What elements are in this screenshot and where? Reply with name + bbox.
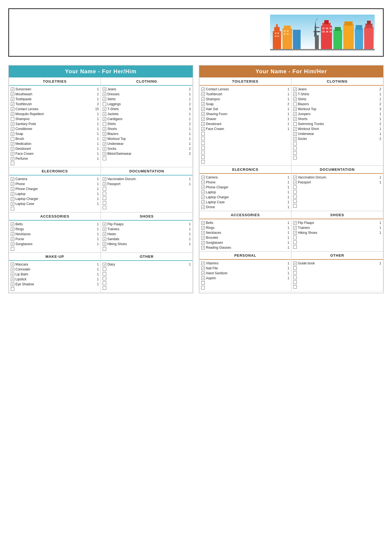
item-checkbox[interactable] bbox=[201, 151, 205, 154]
item-checkbox[interactable] bbox=[11, 232, 14, 236]
item-checkbox[interactable] bbox=[11, 223, 14, 226]
item-checkbox[interactable] bbox=[201, 97, 205, 101]
item-checkbox[interactable] bbox=[11, 97, 14, 101]
item-checkbox[interactable] bbox=[103, 142, 106, 146]
item-checkbox[interactable] bbox=[201, 93, 205, 96]
item-checkbox[interactable] bbox=[103, 182, 106, 186]
item-checkbox[interactable] bbox=[11, 263, 14, 266]
item-checkbox[interactable] bbox=[201, 286, 205, 289]
item-checkbox[interactable] bbox=[201, 221, 205, 225]
item-checkbox[interactable] bbox=[201, 186, 205, 189]
item-checkbox[interactable] bbox=[11, 287, 14, 291]
item-checkbox[interactable] bbox=[103, 286, 106, 290]
item-checkbox[interactable] bbox=[201, 107, 205, 111]
item-checkbox[interactable] bbox=[293, 127, 297, 131]
item-checkbox[interactable] bbox=[201, 200, 205, 204]
item-checkbox[interactable] bbox=[201, 102, 205, 106]
item-checkbox[interactable] bbox=[11, 137, 14, 141]
item-checkbox[interactable] bbox=[11, 122, 14, 126]
item-checkbox[interactable] bbox=[11, 237, 14, 241]
item-checkbox[interactable] bbox=[11, 268, 14, 271]
item-checkbox[interactable] bbox=[11, 117, 14, 121]
item-checkbox[interactable] bbox=[201, 141, 205, 145]
item-checkbox[interactable] bbox=[201, 277, 205, 280]
item-checkbox[interactable] bbox=[11, 88, 14, 91]
item-checkbox[interactable] bbox=[103, 157, 106, 160]
item-checkbox[interactable] bbox=[293, 240, 297, 244]
item-checkbox[interactable] bbox=[201, 137, 205, 140]
item-checkbox[interactable] bbox=[293, 195, 297, 198]
item-checkbox[interactable] bbox=[103, 187, 106, 191]
item-checkbox[interactable] bbox=[103, 223, 106, 226]
item-checkbox[interactable] bbox=[293, 185, 297, 189]
item-checkbox[interactable] bbox=[103, 88, 106, 91]
item-checkbox[interactable] bbox=[103, 247, 106, 251]
item-checkbox[interactable] bbox=[103, 137, 106, 141]
item-checkbox[interactable] bbox=[293, 112, 297, 116]
item-checkbox[interactable] bbox=[293, 117, 297, 121]
item-checkbox[interactable] bbox=[201, 88, 205, 91]
item-checkbox[interactable] bbox=[11, 278, 14, 281]
item-checkbox[interactable] bbox=[201, 160, 205, 164]
item-checkbox[interactable] bbox=[11, 227, 14, 231]
item-checkbox[interactable] bbox=[103, 132, 106, 136]
item-checkbox[interactable] bbox=[201, 226, 205, 230]
item-checkbox[interactable] bbox=[103, 107, 106, 111]
item-checkbox[interactable] bbox=[11, 93, 14, 96]
item-checkbox[interactable] bbox=[103, 93, 106, 96]
item-checkbox[interactable] bbox=[201, 122, 205, 126]
item-checkbox[interactable] bbox=[293, 276, 297, 279]
item-checkbox[interactable] bbox=[11, 182, 14, 186]
item-checkbox[interactable] bbox=[11, 283, 14, 286]
item-checkbox[interactable] bbox=[201, 267, 205, 270]
item-checkbox[interactable] bbox=[103, 117, 106, 121]
item-checkbox[interactable] bbox=[103, 177, 106, 181]
item-checkbox[interactable] bbox=[293, 280, 297, 284]
item-checkbox[interactable] bbox=[103, 263, 106, 266]
item-checkbox[interactable] bbox=[103, 122, 106, 126]
item-checkbox[interactable] bbox=[11, 142, 14, 146]
item-checkbox[interactable] bbox=[103, 272, 106, 276]
item-checkbox[interactable] bbox=[293, 176, 297, 179]
item-checkbox[interactable] bbox=[11, 247, 14, 251]
item-checkbox[interactable] bbox=[201, 112, 205, 116]
item-checkbox[interactable] bbox=[103, 192, 106, 195]
item-checkbox[interactable] bbox=[293, 204, 297, 208]
item-checkbox[interactable] bbox=[293, 271, 297, 275]
item-checkbox[interactable] bbox=[103, 97, 106, 101]
item-checkbox[interactable] bbox=[103, 102, 106, 106]
item-checkbox[interactable] bbox=[293, 236, 297, 239]
item-checkbox[interactable] bbox=[11, 192, 14, 196]
item-checkbox[interactable] bbox=[11, 197, 14, 201]
item-checkbox[interactable] bbox=[103, 206, 106, 209]
item-checkbox[interactable] bbox=[103, 147, 106, 151]
item-checkbox[interactable] bbox=[293, 156, 297, 159]
item-checkbox[interactable] bbox=[11, 187, 14, 191]
item-checkbox[interactable] bbox=[201, 262, 205, 265]
item-checkbox[interactable] bbox=[201, 176, 205, 179]
item-checkbox[interactable] bbox=[11, 207, 14, 210]
item-checkbox[interactable] bbox=[293, 199, 297, 203]
item-checkbox[interactable] bbox=[201, 146, 205, 150]
item-checkbox[interactable] bbox=[293, 231, 297, 235]
item-checkbox[interactable] bbox=[201, 236, 205, 240]
item-checkbox[interactable] bbox=[201, 272, 205, 275]
item-checkbox[interactable] bbox=[103, 281, 106, 285]
item-checkbox[interactable] bbox=[103, 127, 106, 131]
item-checkbox[interactable] bbox=[11, 273, 14, 276]
item-checkbox[interactable] bbox=[293, 137, 297, 141]
item-checkbox[interactable] bbox=[293, 132, 297, 136]
item-checkbox[interactable] bbox=[201, 241, 205, 245]
item-checkbox[interactable] bbox=[11, 177, 14, 181]
item-checkbox[interactable] bbox=[11, 202, 14, 206]
item-checkbox[interactable] bbox=[103, 267, 106, 271]
item-checkbox[interactable] bbox=[11, 132, 14, 136]
item-checkbox[interactable] bbox=[11, 127, 14, 131]
item-checkbox[interactable] bbox=[11, 157, 14, 161]
item-checkbox[interactable] bbox=[293, 107, 297, 111]
item-checkbox[interactable] bbox=[11, 112, 14, 116]
item-checkbox[interactable] bbox=[293, 97, 297, 101]
item-checkbox[interactable] bbox=[293, 147, 297, 150]
item-checkbox[interactable] bbox=[201, 205, 205, 209]
item-checkbox[interactable] bbox=[293, 151, 297, 155]
